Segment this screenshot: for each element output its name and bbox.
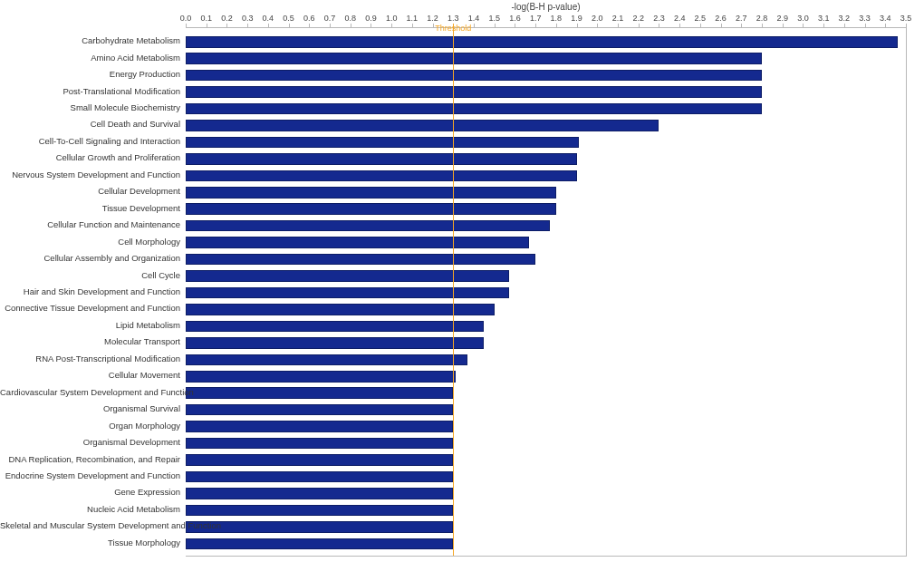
bar [186, 270, 509, 282]
category-label: Cell Death and Survival [0, 120, 180, 129]
category-label: Nervous System Development and Function [0, 170, 180, 179]
bar-row [186, 134, 906, 150]
bar-row [186, 469, 906, 485]
category-label: Cellular Development [0, 187, 180, 196]
x-tick-label: 1.7 [530, 14, 542, 23]
x-tick-label: 1.0 [386, 14, 398, 23]
bar-row [186, 368, 906, 384]
category-label: Cardiovascular System Development and Fu… [0, 388, 180, 397]
x-tick-label: 2.3 [653, 14, 665, 23]
threshold-label: Threshold [435, 24, 471, 33]
x-tick-label: 1.2 [427, 14, 438, 23]
bar [186, 53, 762, 64]
bar-row [186, 234, 906, 250]
bar [186, 254, 535, 266]
category-label: Small Molecule Biochemistry [0, 103, 180, 112]
x-tick-label: 0.6 [303, 14, 315, 23]
bar-row [186, 50, 906, 66]
category-label: RNA Post-Transcriptional Modification [0, 354, 180, 363]
bar-row [186, 402, 906, 418]
category-label: Cellular Growth and Proliferation [0, 153, 180, 162]
x-tick-label: 0.1 [200, 14, 212, 23]
bar-row [186, 117, 906, 133]
bar [186, 505, 453, 517]
x-tick-label: 3.1 [818, 14, 830, 23]
x-axis-title: -log(B-H p-value) [186, 2, 906, 12]
category-label: Skeletal and Muscular System Development… [0, 521, 180, 530]
bar-row [186, 150, 906, 167]
x-tick-label: 1.5 [488, 14, 500, 23]
x-tick-label: 3.4 [880, 14, 891, 23]
bar [186, 521, 453, 533]
bar [186, 86, 762, 98]
bar-row [186, 168, 906, 184]
bar-row [186, 435, 906, 451]
x-tick-label: 2.6 [715, 14, 727, 23]
bar [186, 170, 577, 182]
x-tick-label: 1.4 [468, 14, 480, 23]
bar-row [186, 184, 906, 200]
bar [186, 203, 556, 215]
x-tick-label: 3.3 [859, 14, 871, 23]
bar [186, 354, 467, 366]
bar [186, 387, 453, 399]
x-tick-label: 0.8 [344, 14, 356, 23]
category-label: Organ Morphology [0, 422, 180, 431]
x-tick-label: 2.7 [736, 14, 747, 23]
x-tick-label: 3.0 [797, 14, 809, 23]
bar [186, 337, 484, 349]
bar [186, 404, 453, 416]
bar-row [186, 418, 906, 434]
bar [186, 237, 529, 248]
x-tick-label: 2.2 [632, 14, 644, 23]
x-tick-label: 3.2 [839, 14, 851, 23]
category-label: Organismal Development [0, 438, 180, 447]
bar-row [186, 502, 906, 518]
category-label: Cellular Assembly and Organization [0, 254, 180, 263]
category-label: Gene Expression [0, 488, 180, 497]
bar [186, 454, 453, 466]
x-tick-label: 0.9 [365, 14, 377, 23]
category-label: Post-Translational Modification [0, 87, 180, 96]
x-tick-label: 1.6 [509, 14, 521, 23]
bar [186, 471, 453, 483]
x-tick-label: 0.3 [242, 14, 254, 23]
x-tick-label: 2.5 [695, 14, 707, 23]
bar [186, 103, 762, 115]
x-tick-label: 2.9 [776, 14, 788, 23]
bar-row [186, 485, 906, 501]
category-label: Cellular Function and Maintenance [0, 220, 180, 229]
bar [186, 187, 556, 199]
bar [186, 220, 550, 232]
bar [186, 70, 762, 82]
x-tick-label: 1.9 [571, 14, 582, 23]
bar [186, 488, 453, 499]
x-tick-label: 0.5 [283, 14, 294, 23]
bars-container [186, 28, 906, 556]
category-label: Amino Acid Metabolism [0, 53, 180, 63]
category-label: Lipid Metabolism [0, 321, 180, 330]
bar-row [186, 318, 906, 334]
category-label: Connective Tissue Development and Functi… [0, 304, 180, 313]
bar [186, 321, 484, 333]
x-tick-label: 2.1 [612, 14, 624, 23]
bar-row [186, 285, 906, 301]
category-label: Tissue Morphology [0, 538, 180, 547]
x-tick-label: 2.8 [756, 14, 768, 23]
bar-row [186, 251, 906, 267]
bar-row [186, 67, 906, 83]
category-label: Carbohydrate Metabolism [0, 36, 180, 45]
bar [186, 538, 453, 550]
category-label: Organismal Survival [0, 404, 180, 413]
bar-row [186, 34, 906, 50]
bar [186, 287, 509, 299]
bar-row [186, 536, 906, 552]
bar [186, 304, 495, 315]
category-label: Molecular Transport [0, 337, 180, 346]
x-tick-label: 0.7 [324, 14, 336, 23]
x-tick-label: 2.0 [592, 14, 603, 23]
bar-row [186, 518, 906, 535]
bar-row [186, 301, 906, 317]
x-tick-label: 0.2 [221, 14, 233, 23]
bar [186, 137, 579, 149]
